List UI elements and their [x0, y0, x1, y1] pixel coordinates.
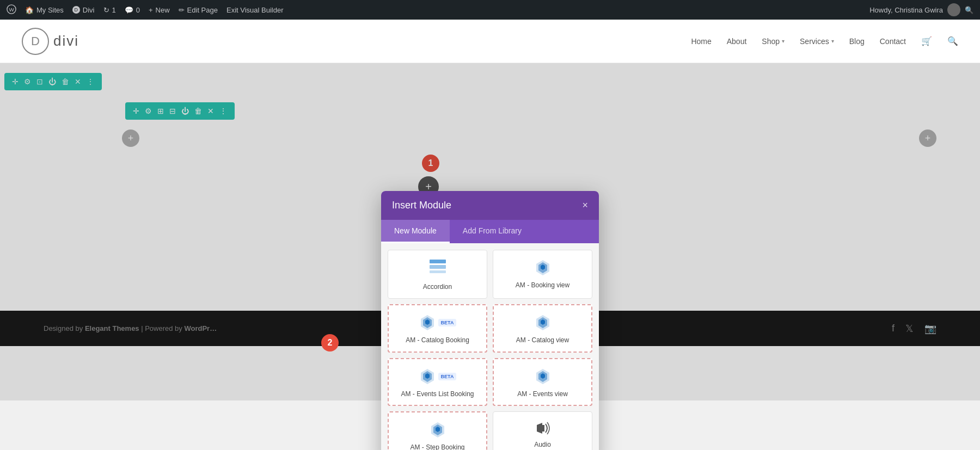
- am-booking-view-icon: [534, 259, 552, 276]
- am-step-booking-icon: [429, 421, 446, 439]
- am-booking-view-icon-wrap: [534, 259, 552, 276]
- svg-rect-4: [430, 270, 446, 273]
- exit-vb-label: Exit Visual Builder: [226, 6, 284, 14]
- module-grid: Accordion AM - Booking view: [381, 243, 599, 450]
- am-catalog-view-label: AM - Catalog view: [516, 336, 569, 345]
- nav-contact-label: Contact: [880, 37, 906, 46]
- tab-new-module[interactable]: New Module: [381, 220, 450, 243]
- am-events-view-label: AM - Events view: [517, 390, 568, 399]
- logo-letter: D: [31, 34, 40, 48]
- module-audio[interactable]: Audio: [493, 411, 592, 450]
- am-events-list-booking-label: AM - Events List Booking: [401, 390, 474, 399]
- nav-home-label: Home: [691, 37, 711, 46]
- am-catalog-view-icon-wrap: [534, 314, 552, 331]
- modal-title: Insert Module: [392, 200, 451, 211]
- step-badge-2: 2: [321, 334, 339, 352]
- am-catalog-view-icon: [534, 314, 552, 331]
- am-step-booking-label: AM - Step Booking: [410, 443, 464, 450]
- wp-logo-item[interactable]: W: [7, 4, 16, 16]
- greeting-text: Howdy, Christina Gwira: [869, 6, 943, 14]
- nav-shop[interactable]: Shop ▾: [762, 37, 785, 46]
- beta-badge-catalog-booking: BETA: [438, 319, 457, 326]
- insert-module-modal: Insert Module × New Module Add From Libr…: [381, 191, 599, 450]
- edit-page-item[interactable]: ✏ Edit Page: [179, 6, 218, 14]
- pencil-icon: ✏: [179, 6, 185, 14]
- divi-label: Divi: [83, 6, 95, 14]
- am-booking-view-label: AM - Booking view: [516, 281, 569, 290]
- wp-icon: W: [7, 4, 16, 16]
- module-am-catalog-booking[interactable]: BETA AM - Catalog Booking: [388, 304, 487, 353]
- module-am-events-view[interactable]: AM - Events view: [493, 358, 592, 406]
- modal-close-button[interactable]: ×: [582, 200, 588, 211]
- new-icon: +: [149, 6, 153, 14]
- nav-services[interactable]: Services ▾: [800, 37, 834, 46]
- am-events-list-booking-icon: [419, 368, 436, 385]
- svg-rect-2: [430, 260, 446, 263]
- avatar: [947, 3, 960, 16]
- admin-bar-right: Howdy, Christina Gwira 🔍: [869, 3, 973, 16]
- nav-blog-label: Blog: [849, 37, 865, 46]
- edit-page-label: Edit Page: [187, 6, 218, 14]
- chevron-down-icon: ▾: [831, 38, 834, 44]
- accordion-icon-wrap: [429, 259, 446, 278]
- am-events-view-icon: [534, 368, 552, 385]
- svg-text:W: W: [9, 6, 15, 12]
- svg-marker-23: [537, 423, 542, 434]
- updates-count: 1: [112, 6, 116, 14]
- accordion-label: Accordion: [423, 282, 452, 292]
- my-sites-icon: 🏠: [25, 6, 34, 14]
- nav-shop-label: Shop: [762, 37, 780, 46]
- exit-vb-item[interactable]: Exit Visual Builder: [226, 6, 284, 14]
- comments-item[interactable]: 💬 0: [125, 6, 140, 14]
- nav-contact[interactable]: Contact: [880, 37, 906, 46]
- admin-search-icon[interactable]: 🔍: [965, 6, 973, 14]
- site-header: D divi Home About Shop ▾ Services ▾ Blog…: [0, 20, 980, 63]
- audio-icon: [535, 421, 551, 436]
- divi-item[interactable]: D Divi: [72, 6, 95, 14]
- module-am-booking-view[interactable]: AM - Booking view: [493, 250, 592, 299]
- nav-about[interactable]: About: [727, 37, 747, 46]
- comments-count: 0: [136, 6, 140, 14]
- cart-icon[interactable]: 🛒: [921, 36, 932, 46]
- nav-home[interactable]: Home: [691, 37, 711, 46]
- audio-icon-wrap: [535, 421, 551, 436]
- am-step-booking-icon-wrap: [429, 421, 446, 439]
- logo-text: divi: [53, 33, 79, 50]
- beta-badge-events-list: BETA: [438, 373, 457, 380]
- nav-services-label: Services: [800, 37, 829, 46]
- am-events-view-icon-wrap: [534, 368, 552, 385]
- am-catalog-booking-label: AM - Catalog Booking: [406, 336, 469, 345]
- accordion-icon: [429, 259, 446, 278]
- site-logo[interactable]: D divi: [22, 28, 79, 55]
- modal-tabs: New Module Add From Library: [381, 220, 599, 243]
- admin-bar: W 🏠 My Sites D Divi ↻ 1 💬 0 + New ✏ Edit…: [0, 0, 980, 20]
- audio-label: Audio: [534, 440, 551, 449]
- module-accordion[interactable]: Accordion: [388, 250, 487, 299]
- new-item[interactable]: + New: [149, 6, 170, 14]
- divi-logo-icon: D: [72, 6, 80, 14]
- my-sites-item[interactable]: 🏠 My Sites: [25, 6, 64, 14]
- svg-rect-24: [542, 425, 544, 431]
- logo-circle: D: [22, 28, 49, 55]
- chevron-down-icon: ▾: [782, 38, 785, 44]
- search-icon[interactable]: 🔍: [947, 36, 958, 46]
- updates-item[interactable]: ↻ 1: [103, 6, 116, 14]
- am-events-list-booking-icon-wrap: BETA: [419, 368, 457, 385]
- tab-add-from-library[interactable]: Add From Library: [450, 220, 535, 243]
- builder-area: ✛ ⚙ ⊡ ⏻ 🗑 ✕ ⋮ ✛ ⚙ ⊞ ⊟ ⏻ 🗑 ✕ ⋮ + + 1 + De…: [0, 63, 980, 400]
- modal-overlay: Insert Module × New Module Add From Libr…: [0, 63, 980, 400]
- am-catalog-booking-icon: [419, 314, 436, 331]
- updates-icon: ↻: [103, 6, 109, 14]
- nav-about-label: About: [727, 37, 747, 46]
- module-am-catalog-view[interactable]: AM - Catalog view: [493, 304, 592, 353]
- module-am-step-booking[interactable]: AM - Step Booking: [388, 411, 487, 450]
- nav-blog[interactable]: Blog: [849, 37, 865, 46]
- comments-icon: 💬: [125, 6, 133, 14]
- new-label: New: [156, 6, 170, 14]
- my-sites-label: My Sites: [36, 6, 64, 14]
- am-catalog-booking-icon-wrap: BETA: [419, 314, 457, 331]
- module-am-events-list-booking[interactable]: BETA AM - Events List Booking: [388, 358, 487, 406]
- svg-rect-3: [430, 265, 446, 269]
- site-nav: Home About Shop ▾ Services ▾ Blog Contac…: [691, 36, 958, 46]
- modal-header: Insert Module ×: [381, 191, 599, 220]
